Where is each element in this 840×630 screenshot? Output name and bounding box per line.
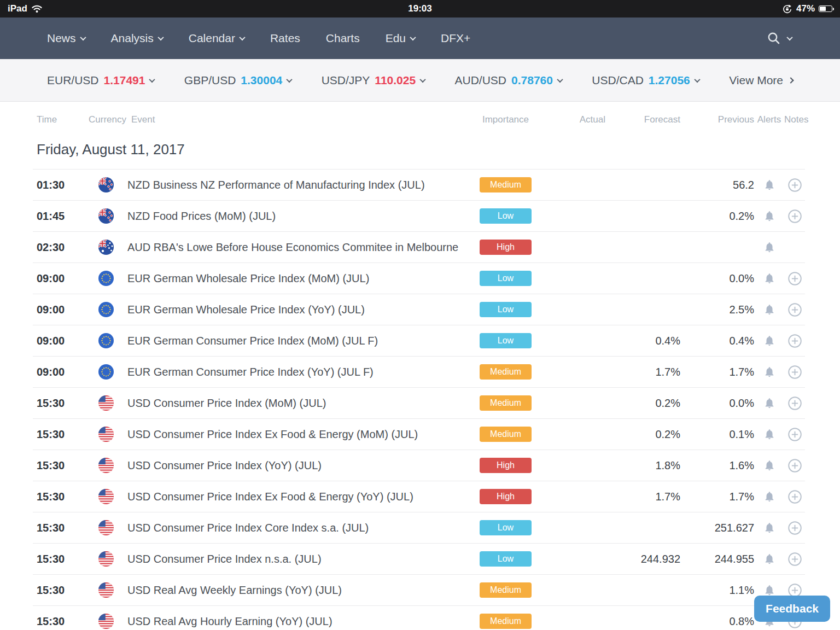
event-label: EUR German Consumer Price Index (YoY) (J… [127, 366, 466, 378]
event-label: USD Consumer Price Index Ex Food & Energ… [127, 491, 466, 503]
add-note-button[interactable] [784, 365, 805, 380]
flag-usd-icon [85, 427, 127, 442]
alert-bell-button[interactable] [754, 396, 784, 410]
alert-bell-button[interactable] [754, 178, 784, 191]
alert-bell-button[interactable] [754, 241, 784, 254]
importance-badge: Low [480, 208, 532, 224]
ticker-pair-usdcad[interactable]: USD/CAD 1.27056 [592, 74, 699, 87]
importance-badge: High [480, 489, 532, 504]
header-alerts: Alerts [754, 114, 784, 125]
add-note-button[interactable] [784, 458, 805, 473]
add-note-button[interactable] [784, 489, 805, 504]
forecast-value: 0.2% [605, 428, 680, 441]
table-row[interactable]: 09:00 EUR German Consumer Price Index (Y… [33, 356, 805, 387]
flag-nzd-icon [85, 208, 127, 224]
previous-value: 0.1% [680, 428, 754, 441]
forecast-value: 1.7% [605, 491, 680, 503]
flag-eur-icon [85, 302, 127, 317]
alert-bell-button[interactable] [754, 552, 784, 565]
previous-value: 0.2% [680, 210, 754, 223]
nav-item-analysis[interactable]: Analysis [111, 32, 163, 45]
table-row[interactable]: 02:30 AUD RBA's Lowe Before House Econom… [33, 231, 805, 262]
currency-ticker: EUR/USD 1.17491 GBP/USD 1.30004 USD/JPY … [0, 59, 840, 102]
table-row[interactable]: 15:30 USD Consumer Price Index (YoY) (JU… [33, 450, 805, 481]
feedback-button[interactable]: Feedback [754, 596, 830, 622]
previous-value: 251.627 [680, 522, 754, 534]
pair-name: EUR/USD [47, 74, 99, 87]
ticker-pair-audusd[interactable]: AUD/USD 0.78760 [455, 74, 562, 87]
add-note-button[interactable] [784, 396, 805, 411]
add-note-button[interactable] [784, 427, 805, 442]
table-row[interactable]: 15:30 USD Consumer Price Index n.s.a. (J… [33, 543, 805, 574]
importance-badge: Low [480, 271, 532, 286]
importance-badge: Medium [480, 614, 532, 629]
table-row[interactable]: 15:30 USD Consumer Price Index (MoM) (JU… [33, 387, 805, 418]
event-label: USD Consumer Price Index n.s.a. (JUL) [127, 553, 466, 565]
add-note-button[interactable] [784, 271, 805, 286]
alert-bell-button[interactable] [754, 521, 784, 534]
table-row[interactable]: 09:00 EUR German Wholesale Price Index (… [33, 294, 805, 325]
ticker-pair-gbpusd[interactable]: GBP/USD 1.30004 [184, 74, 291, 87]
alert-bell-button[interactable] [754, 365, 784, 378]
pair-price: 110.025 [375, 74, 416, 87]
chevron-down-icon [149, 76, 155, 82]
view-more-link[interactable]: View More [729, 74, 793, 87]
alert-bell-button[interactable] [754, 303, 784, 316]
alert-bell-button[interactable] [754, 209, 784, 223]
table-row[interactable]: 15:30 USD Real Avg Weekly Earnings (YoY)… [33, 574, 805, 605]
table-row[interactable]: 09:00 EUR German Wholesale Price Index (… [33, 262, 805, 294]
nav-item-charts[interactable]: Charts [326, 32, 360, 45]
event-label: USD Real Avg Hourly Earning (YoY) (JUL) [127, 615, 466, 628]
header-forecast: Forecast [605, 114, 680, 125]
add-note-button[interactable] [784, 178, 805, 192]
nav-item-rates[interactable]: Rates [270, 32, 300, 45]
time-cell: 15:30 [33, 615, 85, 628]
alert-bell-button[interactable] [754, 428, 784, 441]
event-label: NZD Business NZ Performance of Manufactu… [127, 179, 466, 191]
table-row[interactable]: 15:30 USD Real Avg Hourly Earning (YoY) … [33, 605, 805, 630]
add-note-button[interactable] [784, 302, 805, 317]
event-label: USD Consumer Price Index Ex Food & Energ… [127, 428, 466, 441]
alert-bell-button[interactable] [754, 584, 784, 597]
search-chevron-down-icon[interactable] [786, 34, 792, 40]
event-label: EUR German Wholesale Price Index (YoY) (… [127, 304, 466, 316]
table-row[interactable]: 15:30 USD Consumer Price Index Ex Food &… [33, 418, 805, 450]
nav-item-news[interactable]: News [47, 32, 85, 45]
importance-badge: Medium [480, 177, 532, 192]
header-notes: Notes [784, 114, 805, 125]
forecast-value: 0.2% [605, 397, 680, 410]
flag-usd-icon [85, 614, 127, 629]
alert-bell-button[interactable] [754, 490, 784, 503]
nav-item-calendar[interactable]: Calendar [189, 32, 244, 45]
alert-bell-button[interactable] [754, 272, 784, 285]
add-note-button[interactable] [784, 552, 805, 567]
add-note-button[interactable] [784, 209, 805, 224]
nav-item-edu[interactable]: Edu [386, 32, 415, 45]
alert-bell-button[interactable] [754, 459, 784, 472]
time-cell: 09:00 [33, 304, 85, 316]
add-note-button[interactable] [784, 334, 805, 348]
flag-usd-icon [85, 520, 127, 535]
time-cell: 15:30 [33, 459, 85, 472]
table-row[interactable]: 15:30 USD Consumer Price Index Ex Food &… [33, 481, 805, 512]
rotation-lock-icon [782, 4, 792, 14]
search-icon[interactable] [767, 31, 781, 45]
importance-badge: Low [480, 551, 532, 567]
add-note-button[interactable] [784, 521, 805, 535]
nav-item-dfx[interactable]: DFX+ [441, 32, 470, 45]
ticker-pair-eurusd[interactable]: EUR/USD 1.17491 [47, 74, 154, 87]
table-row[interactable]: 01:45 NZD Food Prices (MoM) (JUL) Low 0.… [33, 200, 805, 231]
table-row[interactable]: 09:00 EUR German Consumer Price Index (M… [33, 325, 805, 356]
header-event: Event [127, 114, 466, 125]
table-row[interactable]: 15:30 USD Consumer Price Index Core Inde… [33, 512, 805, 543]
previous-value: 0.8% [680, 615, 754, 628]
search-button[interactable] [767, 31, 792, 45]
ticker-pair-usdjpy[interactable]: USD/JPY 110.025 [322, 74, 425, 87]
time-cell: 09:00 [33, 366, 85, 378]
alert-bell-button[interactable] [754, 334, 784, 347]
event-label: EUR German Wholesale Price Index (MoM) (… [127, 272, 466, 285]
table-row[interactable]: 01:30 NZD Business NZ Performance of Man… [33, 169, 805, 200]
previous-value: 0.0% [680, 272, 754, 285]
flag-usd-icon [85, 458, 127, 473]
previous-value: 1.7% [680, 366, 754, 378]
